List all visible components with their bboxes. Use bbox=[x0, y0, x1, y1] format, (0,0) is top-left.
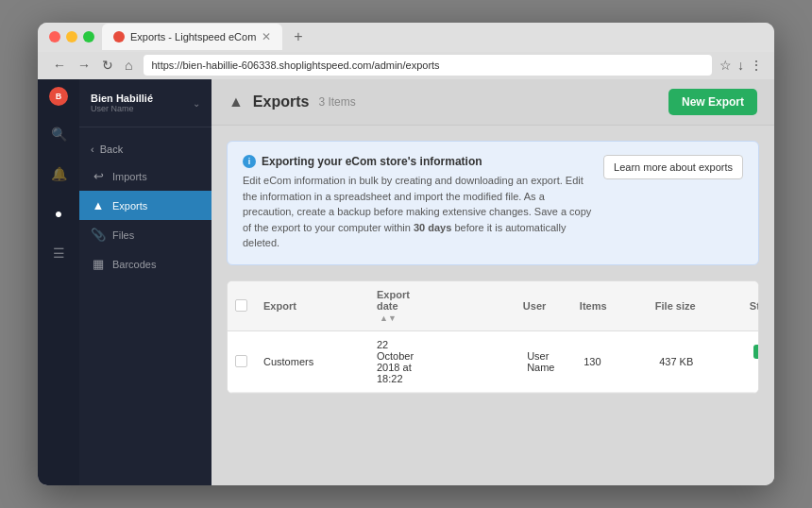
learn-more-button[interactable]: Learn more about exports bbox=[603, 155, 743, 179]
browser-window: Exports - Lightspeed eCom ✕ + ← → ↻ ⌂ ht… bbox=[38, 23, 774, 485]
main-body: i Exporting your eCom store's informatio… bbox=[211, 126, 774, 485]
exports-icon: ▲ bbox=[91, 198, 106, 212]
barcodes-icon: ▦ bbox=[91, 257, 106, 271]
table-header: Export Export date ▲▼ User Items File si… bbox=[228, 281, 758, 331]
cell-user: User Name bbox=[517, 350, 574, 373]
info-bold-text: 30 days bbox=[414, 222, 451, 233]
items-count: 3 Items bbox=[318, 95, 355, 109]
panel-sidebar: Bien Habillié User Name ⌄ ‹ Back ↩ Impor… bbox=[79, 79, 211, 485]
bookmark-icon[interactable]: ☆ bbox=[719, 58, 732, 73]
row-checkbox-cell bbox=[228, 355, 254, 367]
header-export-date[interactable]: Export date ▲▼ bbox=[367, 289, 419, 323]
brand-name: Bien Habillié bbox=[91, 93, 185, 104]
download-status-icon[interactable]: ↓ bbox=[737, 58, 744, 73]
files-label: Files bbox=[112, 229, 134, 241]
sidebar-item-barcodes[interactable]: ▦ Barcodes bbox=[79, 249, 211, 279]
header-items: Items bbox=[570, 300, 646, 312]
cell-items: 130 bbox=[574, 356, 650, 367]
header-status: Status bbox=[740, 300, 759, 312]
tab-title: Exports - Lightspeed eCom bbox=[130, 31, 256, 42]
header-user: User bbox=[514, 300, 570, 312]
imports-icon: ↩ bbox=[91, 169, 106, 183]
app-content: B 🔍 🔔 ● ☰ Bien Habillié User Name ⌄ bbox=[38, 79, 774, 485]
back-chevron-icon: ‹ bbox=[91, 144, 94, 155]
cell-export-name: Customers bbox=[254, 356, 367, 367]
browser-address-bar: ← → ↻ ⌂ https://bien-habillie-606338.sho… bbox=[38, 52, 774, 79]
new-export-button[interactable]: New Export bbox=[668, 89, 757, 115]
cell-file-size: 437 KB bbox=[650, 356, 744, 367]
status-badge: FINISHED bbox=[753, 345, 759, 359]
strip-search-icon[interactable]: 🔍 bbox=[42, 117, 76, 151]
browser-top-bar: Exports - Lightspeed eCom ✕ + bbox=[38, 23, 774, 52]
address-bar-input[interactable]: https://bien-habillie-606338.shoplightsp… bbox=[144, 55, 712, 76]
tab-close-icon[interactable]: ✕ bbox=[262, 30, 271, 43]
exports-label: Exports bbox=[112, 200, 147, 212]
browser-tab[interactable]: Exports - Lightspeed eCom ✕ bbox=[102, 24, 282, 50]
nav-back-button[interactable]: ‹ Back bbox=[79, 137, 211, 161]
close-traffic-light[interactable] bbox=[49, 31, 60, 42]
sort-icon: ▲▼ bbox=[380, 313, 397, 323]
page-title: Exports bbox=[253, 93, 310, 110]
brand-subtitle: User Name bbox=[91, 104, 185, 113]
strip-bell-icon[interactable]: 🔔 bbox=[42, 157, 76, 191]
logo-letter: B bbox=[56, 92, 62, 101]
sidebar-item-exports[interactable]: ▲ Exports bbox=[79, 191, 211, 220]
reload-nav-icon[interactable]: ↻ bbox=[98, 56, 117, 75]
table-row: Customers 22 October 2018 at 18:22 User … bbox=[228, 331, 758, 393]
sidebar-item-files[interactable]: 📎 Files bbox=[79, 220, 211, 249]
back-label: Back bbox=[100, 144, 123, 155]
header-checkbox[interactable] bbox=[235, 299, 247, 312]
main-header: ▲ Exports 3 Items New Export bbox=[211, 79, 774, 126]
icon-strip: B 🔍 🔔 ● ☰ bbox=[38, 79, 79, 485]
info-title-text: Exporting your eCom store's information bbox=[262, 155, 482, 168]
brand-chevron-icon[interactable]: ⌄ bbox=[193, 98, 200, 109]
header-checkbox-cell bbox=[228, 299, 254, 312]
info-box-content: i Exporting your eCom store's informatio… bbox=[243, 155, 592, 251]
files-icon: 📎 bbox=[91, 228, 106, 242]
traffic-lights bbox=[49, 31, 94, 42]
back-nav-icon[interactable]: ← bbox=[49, 56, 70, 75]
main-title-area: ▲ Exports 3 Items bbox=[228, 93, 356, 110]
address-text: https://bien-habillie-606338.shoplightsp… bbox=[151, 59, 439, 71]
info-box-body: Edit eCom information in bulk by creatin… bbox=[243, 173, 592, 251]
forward-nav-icon[interactable]: → bbox=[74, 56, 94, 75]
row-checkbox[interactable] bbox=[235, 355, 247, 367]
cell-status: FINISHED Download bbox=[744, 346, 759, 378]
browser-actions: ☆ ↓ ⋮ bbox=[719, 58, 763, 73]
export-table: Export Export date ▲▼ User Items File si… bbox=[227, 280, 759, 394]
maximize-traffic-light[interactable] bbox=[83, 31, 94, 42]
strip-help-icon[interactable]: ● bbox=[42, 196, 76, 230]
main-area: ▲ Exports 3 Items New Export i Exporting… bbox=[211, 79, 774, 485]
panel-nav: ‹ Back ↩ Imports ▲ Exports 📎 Files ▦ bbox=[79, 127, 211, 288]
strip-list-icon[interactable]: ☰ bbox=[42, 236, 76, 270]
new-tab-icon[interactable]: + bbox=[294, 28, 302, 45]
browser-chrome: Exports - Lightspeed eCom ✕ + ← → ↻ ⌂ ht… bbox=[38, 23, 774, 79]
exports-title-icon: ▲ bbox=[228, 93, 244, 110]
home-nav-icon[interactable]: ⌂ bbox=[121, 56, 136, 75]
tab-favicon bbox=[113, 31, 125, 42]
header-file-size: File size bbox=[646, 300, 740, 312]
info-icon: i bbox=[243, 155, 256, 168]
minimize-traffic-light[interactable] bbox=[66, 31, 77, 42]
menu-icon[interactable]: ⋮ bbox=[750, 58, 763, 73]
panel-brand: Bien Habillié User Name ⌄ bbox=[91, 93, 200, 113]
nav-buttons: ← → ↻ ⌂ bbox=[49, 56, 136, 75]
panel-header: Bien Habillié User Name ⌄ bbox=[79, 79, 211, 127]
barcodes-label: Barcodes bbox=[112, 259, 156, 270]
logo-icon: B bbox=[49, 87, 68, 106]
info-box-title: i Exporting your eCom store's informatio… bbox=[243, 155, 592, 168]
sidebar-item-imports[interactable]: ↩ Imports bbox=[79, 161, 211, 191]
imports-label: Imports bbox=[112, 171, 147, 182]
header-export: Export bbox=[254, 300, 367, 312]
cell-export-date: 22 October 2018 at 18:22 bbox=[367, 339, 423, 384]
info-box: i Exporting your eCom store's informatio… bbox=[227, 141, 759, 265]
